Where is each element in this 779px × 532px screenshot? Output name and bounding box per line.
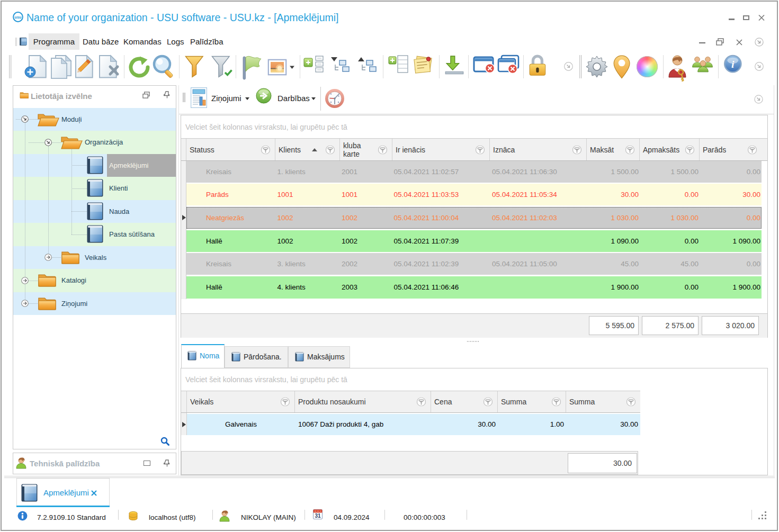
svg-text:31: 31 [315, 513, 321, 519]
svg-text:usu: usu [15, 15, 22, 20]
svg-text:i: i [731, 58, 735, 70]
